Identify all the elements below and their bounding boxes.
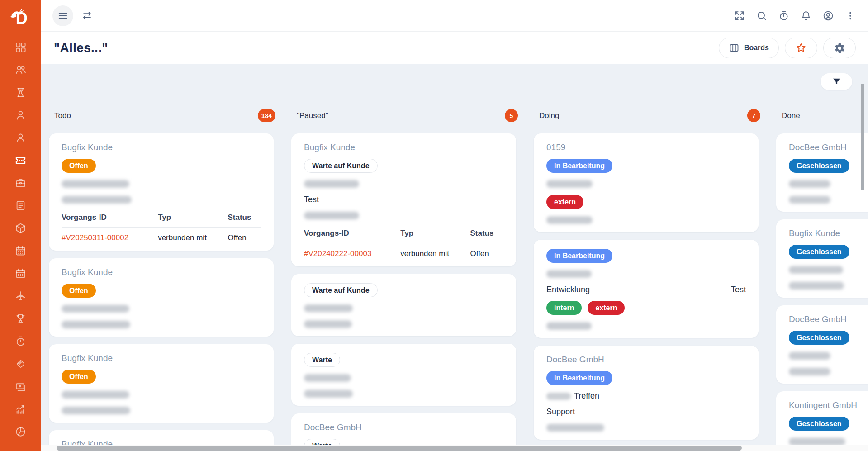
card-title: Bugfix Kunde bbox=[62, 353, 261, 363]
kanban-card[interactable]: DocBee GmbHIn BearbeitungTreffenSupport bbox=[534, 346, 759, 440]
sidebar-item-pie-chart-icon[interactable] bbox=[14, 426, 27, 438]
horizontal-scrollbar-track bbox=[41, 445, 868, 451]
kanban-card[interactable]: Bugfix KundeOffen bbox=[49, 344, 274, 423]
sidebar-item-person-icon[interactable] bbox=[14, 109, 27, 121]
notifications-icon[interactable] bbox=[800, 10, 812, 22]
redacted-text bbox=[546, 424, 604, 432]
kanban-card[interactable]: DocBee GmbHGeschlossen bbox=[776, 305, 868, 384]
column-title: Todo bbox=[54, 111, 71, 120]
redacted-text bbox=[546, 270, 592, 278]
sidebar-item-travel-icon[interactable] bbox=[14, 290, 27, 302]
status-badge: Offen bbox=[62, 284, 96, 298]
status-badge: extern bbox=[546, 195, 583, 209]
sidebar-item-tickets-icon[interactable] bbox=[14, 154, 27, 166]
boards-button[interactable]: Boards bbox=[719, 38, 779, 58]
status-badge: Geschlossen bbox=[789, 331, 849, 345]
sidebar-item-hourglass-icon[interactable] bbox=[14, 86, 27, 99]
table-header-row: Vorgangs-IDTypStatus bbox=[304, 229, 503, 243]
hamburger-menu-icon bbox=[57, 10, 69, 22]
column-title: Doing bbox=[539, 111, 559, 120]
sidebar-item-payments-icon[interactable] bbox=[14, 380, 27, 393]
redacted-text bbox=[304, 212, 359, 219]
redacted-text bbox=[789, 282, 844, 290]
kanban-card[interactable]: Bugfix KundeOffenVorgangs-IDTypStatus#V2… bbox=[49, 133, 274, 251]
sidebar-item-calendar-icon[interactable] bbox=[14, 245, 27, 257]
ticket-link[interactable]: #V20250311-00002 bbox=[62, 233, 158, 242]
table-header-cell: Vorgangs-ID bbox=[62, 213, 158, 222]
sidebar-item-news-icon[interactable] bbox=[14, 199, 27, 212]
filter-button[interactable] bbox=[821, 73, 852, 90]
account-icon[interactable] bbox=[822, 10, 834, 22]
redacted-text bbox=[304, 320, 352, 328]
redacted-text bbox=[304, 374, 351, 382]
docbee-logo[interactable]: D bbox=[9, 6, 32, 29]
column-cards: 0159In BearbeitungexternIn BearbeitungEn… bbox=[534, 133, 764, 451]
sidebar-item-dashboard-icon[interactable] bbox=[14, 41, 27, 53]
board-content: Todo184Bugfix KundeOffenVorgangs-IDTypSt… bbox=[41, 64, 868, 451]
kanban-card[interactable]: Kontingent GmbHGeschlossen bbox=[776, 391, 868, 451]
status-badge: In Bearbeitung bbox=[546, 371, 612, 385]
table-cell: Offen bbox=[470, 249, 504, 258]
redacted-text bbox=[62, 196, 132, 204]
vertical-scrollbar[interactable] bbox=[861, 84, 864, 190]
kanban-card[interactable]: Bugfix KundeWarte auf KundeTestVorgangs-… bbox=[291, 133, 516, 266]
more-menu-icon[interactable] bbox=[844, 10, 856, 22]
status-badge: Geschlossen bbox=[789, 159, 849, 173]
ticket-link[interactable]: #V20240222-00003 bbox=[304, 249, 400, 258]
table-cell: Offen bbox=[228, 233, 261, 242]
column-header: Todo184 bbox=[49, 109, 279, 122]
card-text-row: EntwicklungTest bbox=[546, 285, 746, 294]
kanban-card[interactable]: Warte auf Kunde bbox=[291, 274, 516, 336]
table-row: #V20250311-00002verbunden mitOffen bbox=[62, 228, 261, 243]
column-count-badge: 184 bbox=[258, 109, 275, 122]
status-badge: In Bearbeitung bbox=[546, 249, 612, 263]
settings-button[interactable] bbox=[823, 38, 856, 58]
sidebar-item-calendar2-icon[interactable] bbox=[14, 267, 27, 280]
page-title: "Alles..." bbox=[54, 41, 108, 55]
sidebar-item-timer-icon[interactable] bbox=[14, 335, 27, 347]
card-title: Bugfix Kunde bbox=[62, 267, 261, 277]
redacted-text bbox=[304, 304, 353, 312]
search-icon[interactable] bbox=[756, 10, 768, 22]
main-area: "Alles..." Boards bbox=[41, 0, 868, 451]
status-badge: Warte auf Kunde bbox=[304, 159, 378, 173]
redacted-text bbox=[62, 305, 129, 313]
fullscreen-icon[interactable] bbox=[734, 10, 745, 22]
table-cell: verbunden mit bbox=[400, 249, 470, 258]
card-text-right: Test bbox=[731, 285, 746, 294]
sidebar-item-contacts-icon[interactable] bbox=[14, 64, 27, 76]
sidebar-item-stats-icon[interactable] bbox=[14, 403, 27, 415]
kanban-card[interactable]: Bugfix KundeGeschlossen bbox=[776, 219, 868, 298]
card-title: 0159 bbox=[546, 142, 746, 152]
card-text: Treffen bbox=[546, 391, 746, 401]
sidebar-item-handshake-icon[interactable] bbox=[14, 358, 27, 370]
table-header-row: Vorgangs-IDTypStatus bbox=[62, 213, 261, 228]
timer-icon[interactable] bbox=[778, 10, 790, 22]
sidebar-item-package-icon[interactable] bbox=[14, 222, 27, 234]
sidebar-item-trophy-icon[interactable] bbox=[14, 313, 27, 325]
filter-icon bbox=[831, 76, 842, 87]
status-badge: Warte auf Kunde bbox=[304, 283, 378, 297]
kanban-card[interactable]: In BearbeitungEntwicklungTestinternexter… bbox=[534, 240, 759, 338]
horizontal-scrollbar[interactable] bbox=[57, 446, 742, 451]
board-column: Doing70159In BearbeitungexternIn Bearbei… bbox=[534, 109, 764, 451]
swap-boards-button[interactable] bbox=[81, 9, 93, 22]
topbar bbox=[41, 0, 868, 32]
boards-icon bbox=[729, 43, 740, 53]
column-title: "Paused" bbox=[297, 111, 328, 120]
favorite-button[interactable] bbox=[785, 38, 817, 58]
status-badge: Offen bbox=[62, 370, 96, 384]
hamburger-menu-button[interactable] bbox=[52, 5, 73, 26]
redacted-text bbox=[789, 368, 830, 375]
kanban-card[interactable]: 0159In Bearbeitungextern bbox=[534, 133, 759, 232]
kanban-card[interactable]: Warte bbox=[291, 344, 516, 406]
kanban-card[interactable]: Bugfix KundeOffen bbox=[49, 258, 274, 337]
board: Todo184Bugfix KundeOffenVorgangs-IDTypSt… bbox=[41, 90, 868, 451]
column-count-badge: 5 bbox=[505, 109, 518, 122]
kanban-card[interactable]: DocBee GmbHGeschlossen bbox=[776, 133, 868, 212]
sidebar-item-briefcase-icon[interactable] bbox=[14, 177, 27, 189]
redacted-text bbox=[62, 180, 129, 188]
card-title: Bugfix Kunde bbox=[304, 142, 503, 152]
page-header: "Alles..." Boards bbox=[41, 32, 868, 64]
sidebar-item-person2-icon[interactable] bbox=[14, 132, 27, 144]
